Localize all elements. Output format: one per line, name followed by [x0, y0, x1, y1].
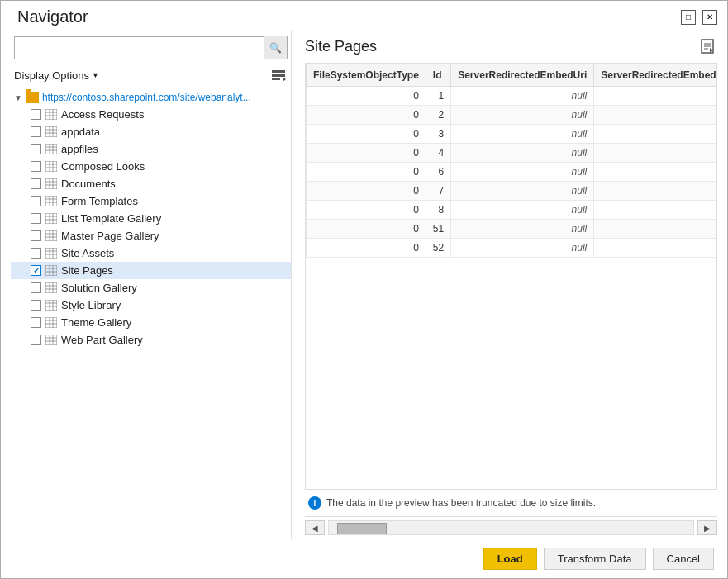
list-item[interactable]: Form Templates — [11, 192, 291, 210]
tree-root[interactable]: ▼ https://contoso.sharepoint.com/site/we… — [11, 89, 291, 106]
list-item[interactable]: Theme Gallery — [11, 314, 291, 331]
table-icon — [45, 282, 58, 294]
item-checkbox-composed-looks[interactable] — [31, 161, 41, 172]
item-checkbox-list-template-gallery[interactable] — [31, 213, 41, 224]
item-label: Master Page Gallery — [61, 230, 159, 242]
item-label: List Template Gallery — [61, 212, 161, 225]
list-item[interactable]: Access Requests — [11, 106, 291, 123]
item-checkbox-web-part-gallery[interactable] — [31, 335, 41, 345]
list-item[interactable]: Solution Gallery — [11, 279, 291, 297]
item-checkbox-access-requests[interactable] — [31, 109, 41, 120]
table-row: 0 7 null — [307, 182, 718, 201]
cell-uri: null — [451, 144, 594, 163]
cell-file-type: 0 — [307, 163, 426, 182]
svg-rect-59 — [45, 300, 57, 311]
item-checkbox-form-templates[interactable] — [31, 196, 41, 206]
scroll-track[interactable] — [328, 520, 694, 535]
item-label: Access Requests — [61, 108, 144, 121]
svg-rect-24 — [45, 178, 57, 189]
scroll-left-button[interactable]: ◀ — [305, 520, 325, 535]
cell-id: 52 — [426, 239, 450, 258]
svg-rect-29 — [45, 196, 57, 206]
item-checkbox-appdata[interactable] — [31, 126, 41, 137]
cell-embed — [594, 163, 717, 182]
item-checkbox-documents[interactable] — [31, 178, 41, 189]
svg-rect-44 — [45, 248, 57, 259]
root-label[interactable]: https://contoso.sharepoint.com/site/weba… — [42, 92, 251, 103]
table-icon — [45, 335, 58, 346]
svg-rect-2 — [272, 78, 280, 80]
search-button[interactable]: 🔍 — [264, 36, 287, 59]
display-options-bar: Display Options ▼ — [11, 66, 291, 89]
item-label: Form Templates — [61, 195, 138, 207]
load-button[interactable]: Load — [483, 548, 537, 570]
item-checkbox-master-page-gallery[interactable] — [31, 230, 41, 241]
list-item[interactable]: Style Library — [11, 297, 291, 314]
close-button[interactable]: ✕ — [702, 10, 717, 25]
table-row: 0 4 null — [307, 144, 718, 163]
cell-id: 7 — [426, 182, 450, 201]
item-label: appdata — [61, 126, 100, 138]
list-item[interactable]: Web Part Gallery — [11, 331, 291, 349]
info-icon: i — [308, 496, 321, 510]
list-item[interactable]: appfiles — [11, 140, 291, 158]
svg-marker-3 — [283, 77, 286, 82]
list-item[interactable]: Site Assets — [11, 244, 291, 262]
item-checkbox-theme-gallery[interactable] — [31, 317, 41, 328]
panel-header: Site Pages — [305, 36, 717, 56]
list-item[interactable]: Master Page Gallery — [11, 227, 291, 244]
svg-rect-14 — [45, 144, 57, 154]
list-item[interactable]: Composed Looks — [11, 158, 291, 175]
item-checkbox-style-library[interactable] — [31, 300, 41, 311]
transform-data-button[interactable]: Transform Data — [544, 548, 646, 570]
dialog-title: Navigator — [17, 7, 88, 26]
minimize-button[interactable]: □ — [681, 10, 696, 25]
cell-embed — [594, 239, 717, 258]
svg-rect-4 — [45, 109, 57, 120]
display-options-button[interactable]: Display Options ▼ — [14, 69, 99, 82]
left-panel: 🔍 Display Options ▼ — [11, 30, 292, 539]
panel-export-button[interactable] — [697, 36, 717, 56]
item-checkbox-site-assets[interactable] — [31, 248, 41, 259]
table-row: 0 3 null — [307, 125, 718, 144]
list-item[interactable]: appdata — [11, 123, 291, 140]
panel-title: Site Pages — [305, 38, 377, 55]
search-input[interactable] — [15, 42, 264, 55]
table-row: 0 8 null — [307, 201, 718, 220]
cell-id: 8 — [426, 201, 450, 220]
column-header-server-redirected-embed: ServerRedirectedEmbed — [594, 64, 717, 87]
cell-embed — [594, 125, 717, 144]
chevron-down-icon: ▼ — [92, 71, 99, 79]
cell-file-type: 0 — [307, 182, 426, 201]
cell-uri: null — [451, 87, 594, 106]
item-label: Web Part Gallery — [61, 334, 143, 346]
scroll-right-button[interactable]: ▶ — [697, 520, 717, 535]
title-bar-right: □ ✕ — [681, 10, 717, 25]
table-icon — [45, 213, 58, 225]
column-header-file-system-object-type: FileSystemObjectType — [307, 64, 426, 87]
svg-rect-49 — [45, 265, 57, 276]
table-icon — [45, 126, 58, 138]
cancel-button[interactable]: Cancel — [653, 548, 714, 570]
footer: Load Transform Data Cancel — [1, 539, 727, 578]
item-checkbox-appfiles[interactable] — [31, 144, 41, 154]
cell-embed — [594, 201, 717, 220]
list-item-selected[interactable]: Site Pages — [11, 262, 291, 279]
search-icon: 🔍 — [269, 42, 282, 54]
item-checkbox-site-pages[interactable] — [31, 265, 41, 276]
data-table-container: FileSystemObjectType Id ServerRedirected… — [305, 63, 717, 490]
item-checkbox-solution-gallery[interactable] — [31, 282, 41, 293]
svg-rect-34 — [45, 213, 57, 224]
cell-uri: null — [451, 201, 594, 220]
item-label: Solution Gallery — [61, 282, 137, 294]
cell-id: 1 — [426, 87, 450, 106]
cell-file-type: 0 — [307, 220, 426, 239]
scroll-thumb[interactable] — [337, 523, 387, 534]
svg-rect-54 — [45, 282, 57, 293]
item-label: appfiles — [61, 143, 98, 155]
item-label: Theme Gallery — [61, 316, 131, 329]
nav-action-button[interactable] — [269, 66, 288, 84]
cell-embed — [594, 87, 717, 106]
list-item[interactable]: Documents — [11, 175, 291, 192]
list-item[interactable]: List Template Gallery — [11, 210, 291, 227]
